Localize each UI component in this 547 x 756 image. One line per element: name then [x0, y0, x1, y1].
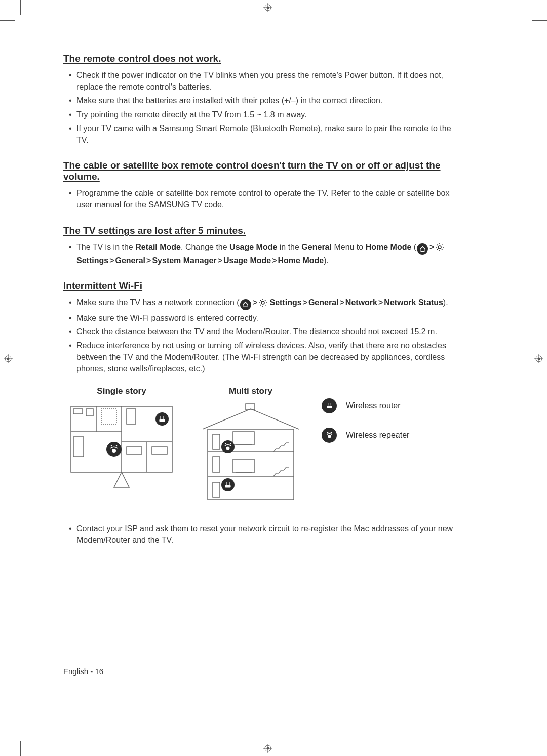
bullet-list: The TV is in the Retail Mode. Change the…: [63, 241, 453, 267]
bold-text: Home Mode: [278, 256, 324, 265]
svg-point-17: [261, 301, 264, 304]
home-icon: [417, 243, 428, 255]
svg-rect-70: [327, 406, 331, 408]
crop-mark: [0, 20, 15, 21]
multi-story-diagram: [198, 401, 304, 505]
bullet-list: Contact your ISP and ask them to reset y…: [63, 523, 453, 546]
register-mark-icon: [4, 354, 13, 363]
legend-row: Wireless repeater: [322, 428, 409, 443]
svg-rect-25: [86, 409, 93, 416]
crop-mark: [532, 20, 547, 21]
register-mark-icon: [263, 744, 272, 753]
chevron-right-icon: >: [428, 243, 435, 251]
svg-rect-60: [233, 459, 254, 473]
bold-text: System Manager: [152, 256, 216, 265]
svg-line-43: [274, 473, 276, 476]
svg-rect-57: [213, 434, 220, 449]
text: ).: [324, 256, 329, 265]
bold-text: Home Mode: [366, 243, 412, 251]
diagram-row: Single story: [63, 386, 453, 505]
register-mark-icon: [263, 3, 272, 12]
crop-mark: [527, 0, 527, 15]
text: (: [411, 243, 416, 251]
chevron-right-icon: >: [217, 256, 223, 265]
text: The TV is in the: [76, 243, 135, 251]
legend-label: Wireless repeater: [346, 431, 409, 440]
svg-line-49: [274, 449, 276, 452]
text: . Change the: [181, 243, 229, 251]
single-story-diagram: [66, 401, 177, 494]
gear-icon: [435, 243, 444, 252]
chevron-right-icon: >: [302, 298, 308, 307]
list-item: Programme the cable or satellite box rem…: [76, 187, 453, 211]
list-item: Contact your ISP and ask them to reset y…: [76, 523, 453, 546]
bold-text: Settings: [76, 256, 108, 265]
svg-point-31: [155, 412, 169, 426]
bold-text: Retail Mode: [135, 243, 181, 251]
svg-rect-26: [101, 409, 116, 424]
diagram-caption: Multi story: [229, 386, 272, 396]
crop-mark: [527, 741, 527, 756]
svg-rect-67: [225, 485, 230, 487]
section-heading: The cable or satellite box remote contro…: [63, 160, 453, 182]
bullet-list: Check if the power indicator on the TV b…: [63, 69, 453, 146]
page-footer: English - 16: [63, 667, 103, 676]
chevron-right-icon: >: [108, 256, 115, 265]
svg-line-45: [279, 470, 281, 473]
legend-row: Wireless router: [322, 398, 409, 413]
svg-rect-40: [208, 429, 294, 500]
router-icon: [322, 398, 337, 413]
legend-label: Wireless router: [346, 401, 401, 410]
section-heading: Intermittent Wi-Fi: [63, 280, 453, 291]
list-item: Check if the power indicator on the TV b…: [76, 69, 453, 93]
svg-line-53: [284, 443, 286, 446]
crop-mark: [20, 0, 21, 15]
list-item: Make sure the TV has a network connectio…: [76, 297, 453, 310]
home-icon: [240, 299, 251, 310]
svg-rect-56: [213, 457, 220, 472]
bold-text: Settings: [269, 298, 301, 307]
svg-rect-28: [152, 447, 167, 454]
svg-point-73: [328, 435, 331, 438]
diagram-legend: Wireless router Wireless repeater: [322, 386, 409, 505]
svg-rect-58: [233, 432, 254, 445]
svg-rect-32: [160, 419, 165, 422]
svg-point-66: [221, 478, 235, 491]
chevron-right-icon: >: [377, 298, 384, 307]
svg-point-65: [230, 443, 231, 444]
svg-point-36: [112, 449, 116, 453]
svg-point-16: [438, 246, 441, 249]
svg-point-74: [327, 432, 328, 433]
crop-mark: [0, 736, 15, 736]
bold-text: General: [115, 256, 145, 265]
chevron-right-icon: >: [339, 298, 345, 307]
svg-rect-27: [127, 409, 136, 424]
bold-text: Network Status: [384, 298, 443, 307]
svg-point-37: [111, 445, 112, 446]
bold-text: General: [308, 298, 339, 307]
text: ).: [443, 298, 448, 307]
chevron-right-icon: >: [252, 298, 258, 307]
svg-rect-30: [73, 437, 84, 457]
text: in the: [277, 243, 301, 251]
repeater-icon: [322, 428, 337, 443]
svg-rect-24: [73, 409, 83, 414]
bullet-list: Programme the cable or satellite box rem…: [63, 187, 453, 211]
list-item: Make sure the Wi-Fi password is entered …: [76, 312, 453, 324]
bold-text: Network: [345, 298, 377, 307]
list-item: Make sure that the batteries are install…: [76, 95, 453, 106]
svg-rect-55: [213, 482, 220, 497]
bold-text: Usage Mode: [223, 256, 271, 265]
section-heading: The TV settings are lost after 5 minutes…: [63, 225, 453, 236]
svg-rect-29: [127, 447, 142, 454]
crop-mark: [20, 741, 21, 756]
text: Make sure the TV has a network connectio…: [76, 298, 240, 307]
list-item: Check the distance between the TV and th…: [76, 326, 453, 338]
page-content: The remote control does not work. Check …: [63, 53, 453, 548]
svg-line-51: [279, 446, 281, 449]
gear-icon: [258, 298, 267, 307]
section-heading: The remote control does not work.: [63, 53, 453, 64]
list-item: Try pointing the remote directly at the …: [76, 109, 453, 120]
register-mark-icon: [534, 354, 543, 363]
svg-point-75: [331, 432, 332, 433]
